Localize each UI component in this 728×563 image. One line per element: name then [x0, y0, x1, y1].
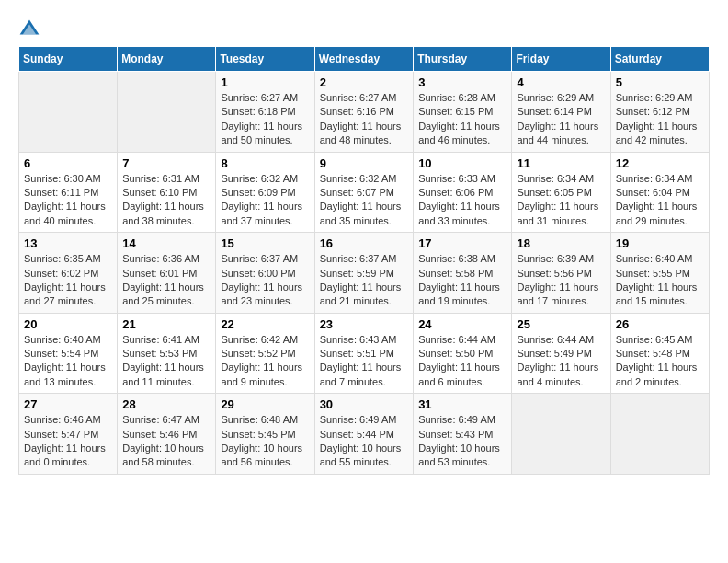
calendar-week-row: 1Sunrise: 6:27 AMSunset: 6:18 PMDaylight… [19, 72, 710, 153]
day-info: Sunrise: 6:37 AMSunset: 6:00 PMDaylight:… [221, 252, 309, 309]
calendar-cell: 14Sunrise: 6:36 AMSunset: 6:01 PMDayligh… [118, 233, 216, 314]
header-cell-sunday: Sunday [19, 47, 118, 72]
calendar-header-row: SundayMondayTuesdayWednesdayThursdayFrid… [19, 47, 710, 72]
day-info: Sunrise: 6:29 AMSunset: 6:14 PMDaylight:… [517, 91, 605, 148]
day-number: 9 [320, 156, 409, 170]
calendar-week-row: 20Sunrise: 6:40 AMSunset: 5:54 PMDayligh… [19, 313, 710, 394]
day-info: Sunrise: 6:34 AMSunset: 6:05 PMDaylight:… [517, 172, 605, 229]
day-info: Sunrise: 6:40 AMSunset: 5:54 PMDaylight:… [24, 333, 112, 390]
calendar-cell: 25Sunrise: 6:44 AMSunset: 5:49 PMDayligh… [512, 313, 610, 394]
day-number: 13 [24, 236, 112, 250]
header-cell-thursday: Thursday [414, 47, 512, 72]
calendar-cell: 23Sunrise: 6:43 AMSunset: 5:51 PMDayligh… [314, 313, 414, 394]
calendar-cell: 16Sunrise: 6:37 AMSunset: 5:59 PMDayligh… [314, 233, 414, 314]
day-info: Sunrise: 6:39 AMSunset: 5:56 PMDaylight:… [517, 252, 605, 309]
calendar-cell: 30Sunrise: 6:49 AMSunset: 5:44 PMDayligh… [314, 394, 414, 475]
day-number: 26 [616, 317, 704, 331]
calendar-cell: 28Sunrise: 6:47 AMSunset: 5:46 PMDayligh… [118, 394, 216, 475]
day-number: 29 [221, 397, 309, 411]
calendar-cell: 31Sunrise: 6:49 AMSunset: 5:43 PMDayligh… [414, 394, 512, 475]
calendar-cell: 21Sunrise: 6:41 AMSunset: 5:53 PMDayligh… [118, 313, 216, 394]
day-number: 1 [221, 75, 309, 89]
calendar-cell: 24Sunrise: 6:44 AMSunset: 5:50 PMDayligh… [414, 313, 512, 394]
day-number: 14 [122, 236, 210, 250]
day-info: Sunrise: 6:32 AMSunset: 6:09 PMDaylight:… [221, 172, 309, 229]
day-number: 19 [616, 236, 704, 250]
calendar-cell [610, 394, 709, 475]
day-info: Sunrise: 6:36 AMSunset: 6:01 PMDaylight:… [122, 252, 210, 309]
calendar-cell [19, 72, 118, 153]
day-info: Sunrise: 6:42 AMSunset: 5:52 PMDaylight:… [221, 333, 309, 390]
calendar-cell: 6Sunrise: 6:30 AMSunset: 6:11 PMDaylight… [19, 152, 118, 233]
day-number: 24 [418, 317, 506, 331]
calendar-cell: 18Sunrise: 6:39 AMSunset: 5:56 PMDayligh… [512, 233, 610, 314]
calendar-cell: 8Sunrise: 6:32 AMSunset: 6:09 PMDaylight… [216, 152, 314, 233]
calendar-cell: 10Sunrise: 6:33 AMSunset: 6:06 PMDayligh… [414, 152, 512, 233]
calendar-cell: 13Sunrise: 6:35 AMSunset: 6:02 PMDayligh… [19, 233, 118, 314]
day-info: Sunrise: 6:38 AMSunset: 5:58 PMDaylight:… [418, 252, 506, 309]
calendar-table: SundayMondayTuesdayWednesdayThursdayFrid… [18, 46, 710, 475]
day-info: Sunrise: 6:37 AMSunset: 5:59 PMDaylight:… [320, 252, 409, 309]
day-info: Sunrise: 6:35 AMSunset: 6:02 PMDaylight:… [24, 252, 112, 309]
calendar-cell: 29Sunrise: 6:48 AMSunset: 5:45 PMDayligh… [216, 394, 314, 475]
day-number: 21 [122, 317, 210, 331]
calendar-cell: 5Sunrise: 6:29 AMSunset: 6:12 PMDaylight… [610, 72, 709, 153]
logo-icon [18, 18, 40, 37]
calendar-cell: 15Sunrise: 6:37 AMSunset: 6:00 PMDayligh… [216, 233, 314, 314]
calendar-cell: 26Sunrise: 6:45 AMSunset: 5:48 PMDayligh… [610, 313, 709, 394]
day-info: Sunrise: 6:46 AMSunset: 5:47 PMDaylight:… [24, 413, 112, 470]
day-info: Sunrise: 6:49 AMSunset: 5:44 PMDaylight:… [320, 413, 409, 470]
calendar-cell: 2Sunrise: 6:27 AMSunset: 6:16 PMDaylight… [314, 72, 414, 153]
header-cell-monday: Monday [118, 47, 216, 72]
calendar-cell: 19Sunrise: 6:40 AMSunset: 5:55 PMDayligh… [610, 233, 709, 314]
calendar-cell: 9Sunrise: 6:32 AMSunset: 6:07 PMDaylight… [314, 152, 414, 233]
day-info: Sunrise: 6:47 AMSunset: 5:46 PMDaylight:… [122, 413, 210, 470]
calendar-cell: 7Sunrise: 6:31 AMSunset: 6:10 PMDaylight… [118, 152, 216, 233]
day-number: 10 [418, 156, 506, 170]
header-cell-tuesday: Tuesday [216, 47, 314, 72]
day-info: Sunrise: 6:40 AMSunset: 5:55 PMDaylight:… [616, 252, 704, 309]
day-info: Sunrise: 6:31 AMSunset: 6:10 PMDaylight:… [122, 172, 210, 229]
day-info: Sunrise: 6:28 AMSunset: 6:15 PMDaylight:… [418, 91, 506, 148]
day-number: 31 [418, 397, 506, 411]
day-number: 2 [320, 75, 409, 89]
day-number: 27 [24, 397, 112, 411]
day-number: 16 [320, 236, 409, 250]
day-info: Sunrise: 6:30 AMSunset: 6:11 PMDaylight:… [24, 172, 112, 229]
day-info: Sunrise: 6:45 AMSunset: 5:48 PMDaylight:… [616, 333, 704, 390]
day-info: Sunrise: 6:49 AMSunset: 5:43 PMDaylight:… [418, 413, 506, 470]
calendar-cell: 3Sunrise: 6:28 AMSunset: 6:15 PMDaylight… [414, 72, 512, 153]
calendar-week-row: 27Sunrise: 6:46 AMSunset: 5:47 PMDayligh… [19, 394, 710, 475]
calendar-week-row: 6Sunrise: 6:30 AMSunset: 6:11 PMDaylight… [19, 152, 710, 233]
day-number: 5 [616, 75, 704, 89]
calendar-cell: 20Sunrise: 6:40 AMSunset: 5:54 PMDayligh… [19, 313, 118, 394]
logo [18, 18, 44, 37]
day-info: Sunrise: 6:27 AMSunset: 6:18 PMDaylight:… [221, 91, 309, 148]
day-number: 6 [24, 156, 112, 170]
day-info: Sunrise: 6:32 AMSunset: 6:07 PMDaylight:… [320, 172, 409, 229]
calendar-cell: 11Sunrise: 6:34 AMSunset: 6:05 PMDayligh… [512, 152, 610, 233]
day-number: 12 [616, 156, 704, 170]
day-info: Sunrise: 6:34 AMSunset: 6:04 PMDaylight:… [616, 172, 704, 229]
day-number: 7 [122, 156, 210, 170]
day-info: Sunrise: 6:43 AMSunset: 5:51 PMDaylight:… [320, 333, 409, 390]
calendar-cell: 4Sunrise: 6:29 AMSunset: 6:14 PMDaylight… [512, 72, 610, 153]
day-number: 3 [418, 75, 506, 89]
day-number: 4 [517, 75, 605, 89]
calendar-cell: 1Sunrise: 6:27 AMSunset: 6:18 PMDaylight… [216, 72, 314, 153]
day-number: 8 [221, 156, 309, 170]
day-number: 30 [320, 397, 409, 411]
day-info: Sunrise: 6:33 AMSunset: 6:06 PMDaylight:… [418, 172, 506, 229]
day-number: 11 [517, 156, 605, 170]
day-number: 18 [517, 236, 605, 250]
day-number: 23 [320, 317, 409, 331]
day-number: 15 [221, 236, 309, 250]
day-number: 25 [517, 317, 605, 331]
day-number: 20 [24, 317, 112, 331]
calendar-cell: 17Sunrise: 6:38 AMSunset: 5:58 PMDayligh… [414, 233, 512, 314]
calendar-cell [512, 394, 610, 475]
header-cell-saturday: Saturday [610, 47, 709, 72]
calendar-cell: 12Sunrise: 6:34 AMSunset: 6:04 PMDayligh… [610, 152, 709, 233]
calendar-cell: 27Sunrise: 6:46 AMSunset: 5:47 PMDayligh… [19, 394, 118, 475]
day-info: Sunrise: 6:41 AMSunset: 5:53 PMDaylight:… [122, 333, 210, 390]
